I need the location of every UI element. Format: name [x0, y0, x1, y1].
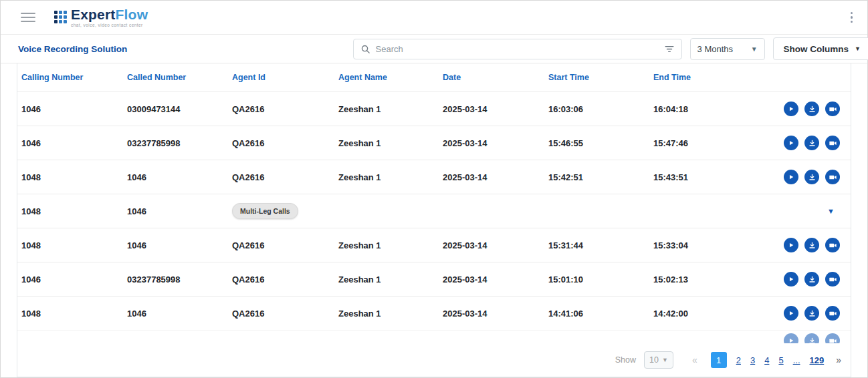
table-row: 104603009473144QA2616Zeeshan 12025-03-14…	[17, 91, 851, 126]
start-time-cell: 15:46:55	[548, 138, 653, 148]
expand-row-chevron-icon[interactable]: ▼	[827, 207, 840, 215]
row-actions	[758, 238, 851, 252]
table-row: 10481046QA2616Zeeshan 12025-03-1415:31:4…	[17, 228, 851, 262]
chevron-down-icon: ▼	[662, 357, 668, 363]
end-time-cell: 14:42:00	[653, 309, 758, 319]
start-time-cell: 15:42:51	[548, 172, 653, 182]
show-columns-button[interactable]: Show Columns ▼	[773, 37, 868, 60]
download-recording-button[interactable]	[804, 170, 819, 184]
video-recording-button[interactable]	[825, 136, 840, 150]
play-recording-button[interactable]	[784, 102, 798, 116]
brand-tagline: chat, voice, video contact center	[71, 23, 148, 28]
calling-number-cell: 1048	[21, 206, 127, 216]
calling-number-cell: 1046	[21, 138, 127, 148]
video-recording-button[interactable]	[825, 272, 840, 287]
date-cell: 2025-03-14	[443, 172, 548, 182]
agent-name-cell: Zeeshan 1	[338, 104, 443, 114]
end-time-cell: 15:43:51	[653, 172, 758, 182]
video-recording-button[interactable]	[825, 306, 840, 321]
download-recording-button[interactable]	[804, 238, 819, 252]
chevron-down-icon: ▼	[855, 45, 861, 52]
column-header: Called Number	[127, 73, 232, 82]
end-time-cell: 15:02:13	[653, 274, 758, 285]
download-recording-button[interactable]	[804, 136, 819, 150]
table-row: 10481046QA2616Zeeshan 12025-03-1415:42:5…	[17, 160, 851, 194]
page-link[interactable]: 3	[750, 355, 755, 365]
agent-name-cell: Zeeshan 1	[338, 138, 443, 148]
download-recording-button[interactable]	[804, 272, 819, 287]
table-body: 104603009473144QA2616Zeeshan 12025-03-14…	[17, 91, 851, 330]
video-recording-button[interactable]	[825, 333, 840, 343]
pagination-next-button[interactable]: »	[836, 355, 841, 365]
play-recording-button[interactable]	[784, 306, 798, 321]
video-recording-button[interactable]	[825, 238, 840, 252]
download-recording-button[interactable]	[804, 333, 819, 343]
play-recording-button[interactable]	[784, 170, 798, 184]
page-link[interactable]: 4	[764, 355, 769, 365]
calling-number-cell: 1046	[21, 274, 127, 285]
calling-number-cell: 1048	[21, 309, 127, 319]
column-header: End Time	[653, 73, 758, 82]
download-recording-button[interactable]	[804, 102, 819, 116]
row-actions	[758, 136, 851, 150]
page-title: Voice Recording Solution	[18, 44, 127, 54]
search-box	[353, 39, 682, 59]
table-row: 104603237785998QA2616Zeeshan 12025-03-14…	[17, 126, 851, 160]
table-row: 10481046Multi-Leg Calls▼	[17, 194, 851, 228]
date-cell: 2025-03-14	[443, 274, 548, 285]
pagination-pages: 12345...129	[711, 352, 824, 368]
calling-number-cell: 1048	[21, 172, 127, 182]
table-row: 10481046QA2616Zeeshan 12025-03-1414:41:0…	[17, 296, 851, 330]
logo-grid-icon	[54, 11, 67, 23]
search-input[interactable]	[376, 44, 659, 54]
chevron-down-icon: ▼	[751, 45, 758, 53]
filter-icon[interactable]	[664, 45, 675, 53]
date-cell: 2025-03-14	[443, 240, 548, 250]
page-size-select[interactable]: 10 ▼	[644, 351, 673, 369]
start-time-cell: 15:01:10	[548, 274, 653, 285]
start-time-cell: 16:03:06	[548, 104, 653, 114]
play-recording-button[interactable]	[784, 238, 798, 252]
page-link[interactable]: ...	[793, 355, 800, 365]
date-cell: 2025-03-14	[443, 138, 548, 148]
agent-name-cell: Zeeshan 1	[338, 240, 443, 250]
video-recording-button[interactable]	[825, 102, 840, 116]
video-recording-button[interactable]	[825, 170, 840, 184]
play-recording-button[interactable]	[784, 136, 798, 150]
page-button-active[interactable]: 1	[711, 352, 727, 368]
hamburger-menu-icon[interactable]	[21, 13, 35, 22]
start-time-cell: 14:41:06	[548, 309, 653, 319]
toolbar: Voice Recording Solution 3 Months ▼ Show…	[1, 35, 867, 63]
date-range-dropdown[interactable]: 3 Months ▼	[690, 38, 765, 60]
page-link[interactable]: 129	[810, 355, 825, 365]
show-columns-label: Show Columns	[784, 44, 849, 54]
agent-id-cell: QA2616	[232, 240, 338, 250]
play-recording-button[interactable]	[784, 272, 798, 287]
page-link[interactable]: 2	[736, 355, 741, 365]
table-row: 104603237785998QA2616Zeeshan 12025-03-14…	[17, 262, 851, 296]
agent-name-cell: Zeeshan 1	[338, 274, 443, 285]
row-actions	[758, 102, 851, 116]
page-link[interactable]: 5	[778, 355, 783, 365]
called-number-cell: 03237785998	[127, 274, 232, 285]
date-cell: 2025-03-14	[443, 104, 548, 114]
brand-secondary: Flow	[116, 7, 148, 22]
show-label: Show	[615, 355, 636, 365]
end-time-cell: 15:33:04	[653, 240, 758, 250]
pagination-prev-button[interactable]: «	[692, 355, 697, 365]
calling-number-cell: 1048	[21, 240, 127, 250]
called-number-cell: 1046	[127, 240, 232, 250]
called-number-cell: 1046	[127, 206, 232, 216]
agent-name-cell: Zeeshan 1	[338, 172, 443, 182]
date-range-value: 3 Months	[697, 44, 733, 54]
download-recording-button[interactable]	[804, 306, 819, 321]
row-actions	[17, 331, 851, 343]
end-time-cell: 16:04:18	[653, 104, 758, 114]
play-recording-button[interactable]	[784, 333, 798, 343]
called-number-cell: 03009473144	[127, 104, 232, 114]
expertflow-logo: ExpertFlow chat, voice, video contact ce…	[54, 7, 148, 28]
date-cell: 2025-03-14	[443, 309, 548, 319]
column-header: Agent Name	[338, 73, 443, 82]
table-header-row: Calling NumberCalled NumberAgent IdAgent…	[17, 63, 851, 91]
kebab-menu-icon[interactable]	[845, 9, 859, 26]
